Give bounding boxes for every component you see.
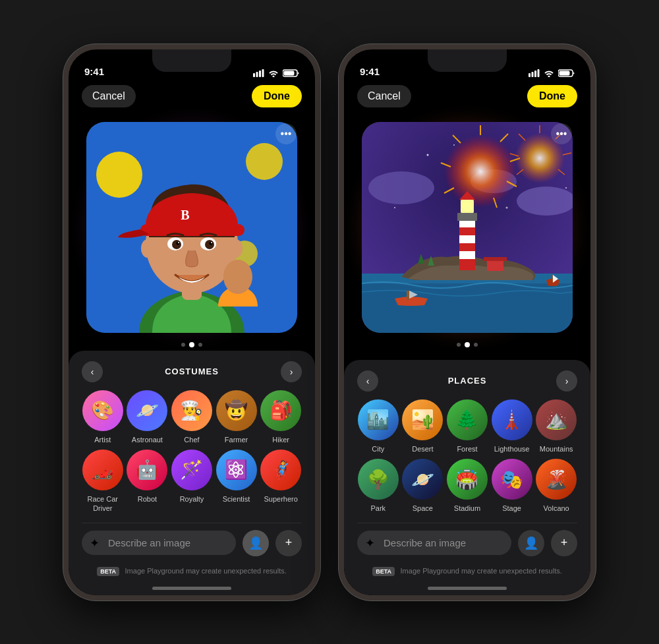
cancel-button-left[interactable]: Cancel [82,85,136,107]
wifi-icon [268,69,279,77]
item-farmer[interactable]: 🤠 Farmer [215,390,258,444]
svg-point-21 [211,242,212,243]
svg-point-55 [506,206,508,208]
image-container-right: ••• [344,115,590,360]
item-label-chef: Chef [184,435,199,444]
done-button-left[interactable]: Done [252,85,302,107]
more-options-button-left[interactable]: ••• [275,123,297,144]
item-stage[interactable]: 🎭 Stage [491,459,533,513]
item-scientist[interactable]: ⚛️ Scientist [215,450,258,513]
item-racecar[interactable]: 🏎️ Race Car Driver [82,450,124,513]
item-volcano[interactable]: 🌋 Volcano [535,459,577,513]
items-grid-left: 🎨 Artist 🪐 Astronaut 👨‍🍳 Chef 🤠 [82,390,302,513]
add-button-right[interactable]: + [551,530,577,556]
svg-rect-64 [457,213,477,221]
item-circle-park: 🌳 [358,459,399,500]
svg-point-17 [205,240,214,249]
item-circle-racecar: 🏎️ [82,450,123,490]
item-label-farmer: Farmer [225,435,248,444]
beta-row-right: BETA Image Playground may create unexpec… [357,564,577,583]
item-label-volcano: Volcano [544,504,569,513]
item-park[interactable]: 🌳 Park [357,459,399,513]
item-label-hiker: Hiker [272,435,289,444]
home-indicator-right [428,587,507,590]
item-city[interactable]: 🏙️ City [357,399,399,454]
item-label-artist: Artist [94,435,111,444]
svg-point-19 [210,241,213,245]
svg-point-67 [462,201,473,212]
done-button-right[interactable]: Done [527,85,577,107]
status-time-left: 9:41 [84,66,104,77]
lighthouse-svg [362,122,573,333]
svg-point-18 [177,241,180,245]
svg-rect-62 [459,243,475,251]
item-circle-hiker: 🎒 [260,390,301,431]
category-title-left: COSTUMES [165,366,219,376]
item-forest[interactable]: 🌲 Forest [446,399,488,454]
item-circle-artist: 🎨 [82,390,123,431]
item-desert[interactable]: 🏜️ Desert [402,399,444,454]
item-circle-robot: 🤖 [127,450,167,490]
svg-rect-30 [559,71,570,75]
battery-icon [283,69,299,77]
category-nav-right: ‹ PLACES › [357,370,577,392]
cancel-button-right[interactable]: Cancel [357,85,411,107]
category-title-right: PLACES [448,376,487,386]
status-bar-left: 9:41 [69,49,315,82]
describe-input-left[interactable]: ✦ Describe an image [82,531,236,555]
item-label-superhero: Superhero [264,494,297,504]
dot-1-right [457,343,461,347]
item-chef[interactable]: 👨‍🍳 Chef [171,390,213,444]
item-stadium[interactable]: 🏟️ Stadium [446,459,488,513]
person-action-button-left[interactable]: 👤 [243,530,269,556]
items-row-1-right: 🏙️ City 🏜️ Desert 🌲 Forest 🗼 [357,399,577,454]
items-grid-right: 🏙️ City 🏜️ Desert 🌲 Forest 🗼 [357,399,577,513]
input-row-right: ✦ Describe an image 👤 + [357,523,577,564]
item-circle-superhero: 🦸 [260,450,301,490]
signal-icon-right [529,69,540,77]
ai-image-wrapper-right [362,122,573,333]
svg-rect-63 [459,259,475,270]
item-circle-desert: 🏜️ [402,399,443,440]
person-action-button-right[interactable]: 👤 [518,530,544,556]
next-category-button-right[interactable]: › [556,370,577,392]
item-circle-stadium: 🏟️ [447,459,488,500]
signal-icon [253,69,264,77]
more-options-button-right[interactable]: ••• [551,123,572,144]
item-hiker[interactable]: 🎒 Hiker [260,390,302,444]
beta-badge-left: BETA [97,567,119,576]
image-container-left: ••• [69,115,315,351]
ai-image-right [362,122,573,333]
item-mountains[interactable]: ⛰️ Mountains [535,399,577,454]
status-icons-right [529,69,575,77]
item-royalty[interactable]: 🪄 Royalty [171,450,213,513]
svg-rect-3 [262,69,264,77]
describe-placeholder-left: Describe an image [108,537,190,548]
top-bar-right: Cancel Done [344,82,590,115]
battery-icon-right [558,69,575,77]
items-row-2-right: 🌳 Park 🪐 Space 🏟️ Stadium 🎭 [357,459,577,513]
item-robot[interactable]: 🤖 Robot [127,450,169,513]
item-label-scientist: Scientist [223,494,250,504]
item-superhero[interactable]: 🦸 Superhero [260,450,302,513]
prev-category-button-right[interactable]: ‹ [357,370,378,392]
beta-badge-right: BETA [372,567,395,576]
svg-rect-25 [529,73,530,77]
item-astronaut[interactable]: 🪐 Astronaut [127,390,169,444]
prev-category-button-left[interactable]: ‹ [82,361,103,382]
svg-rect-70 [407,291,409,300]
add-button-left[interactable]: + [275,530,302,556]
item-circle-space: 🪐 [402,459,443,500]
item-circle-chef: 👨‍🍳 [171,390,212,431]
dot-2-left [189,342,194,347]
item-artist[interactable]: 🎨 Artist [82,390,124,444]
describe-input-right[interactable]: ✦ Describe an image [357,531,511,555]
svg-point-22 [141,239,154,258]
item-space[interactable]: 🪐 Space [402,459,444,513]
item-lighthouse[interactable]: 🗼 Lighthouse [491,399,533,454]
status-time-right: 9:41 [360,66,380,77]
item-label-racecar: Race Car Driver [82,494,124,513]
svg-rect-27 [534,71,536,77]
svg-point-32 [368,171,434,204]
next-category-button-left[interactable]: › [281,361,302,382]
